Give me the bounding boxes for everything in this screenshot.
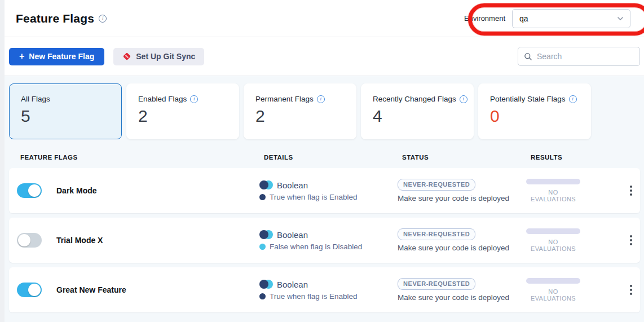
info-icon[interactable]: i: [569, 95, 577, 103]
toolbar-left: + New Feature Flag Set Up Git Sync: [9, 48, 204, 65]
new-feature-flag-label: New Feature Flag: [29, 52, 94, 61]
flag-type-label: Boolean: [277, 230, 308, 240]
status-text: Make sure your code is deployed: [398, 293, 509, 302]
toggle-knob: [28, 284, 41, 296]
flag-type-line: Boolean: [259, 230, 398, 240]
flag-cell: Great New Feature: [17, 283, 259, 297]
stat-card-value: 5: [21, 107, 121, 126]
flag-toggle[interactable]: [17, 283, 42, 297]
status-cell: NEVER-REQUESTED Make sure your code is d…: [398, 179, 526, 202]
search-icon: [524, 52, 532, 61]
environment-selected-value: qa: [519, 14, 528, 23]
stat-card-label-wrap: Enabled Flags i: [138, 95, 239, 103]
environment-selector-wrap: Environment qa: [464, 9, 638, 28]
boolean-type-icon: [259, 230, 273, 239]
info-icon[interactable]: i: [190, 95, 198, 103]
flag-rows: Dark Mode Boolean True when flag is Enab…: [9, 168, 640, 312]
stat-card-all-flags[interactable]: All Flags 5: [9, 83, 122, 139]
flag-type-label: Boolean: [277, 280, 308, 289]
details-cell: Boolean False when flag is Disabled: [259, 230, 398, 251]
git-logo-icon: [122, 52, 131, 61]
flag-name[interactable]: Trial Mode X: [56, 236, 103, 245]
kebab-menu-icon[interactable]: [627, 182, 636, 199]
status-text: Make sure your code is deployed: [398, 194, 509, 202]
flag-toggle[interactable]: [17, 233, 42, 248]
details-cell: Boolean True when flag is Enabled: [259, 180, 398, 201]
setup-git-sync-button[interactable]: Set Up Git Sync: [113, 48, 204, 65]
stat-card-label: Potentially Stale Flags: [490, 95, 566, 103]
info-icon[interactable]: i: [460, 95, 467, 103]
table-row: Dark Mode Boolean True when flag is Enab…: [9, 168, 640, 213]
results-progress-bar: [526, 179, 580, 184]
flag-name[interactable]: Great New Feature: [56, 285, 126, 294]
kebab-menu-icon[interactable]: [627, 232, 636, 249]
status-badge: NEVER-REQUESTED: [398, 278, 475, 290]
flag-value-line: True when flag is Enabled: [259, 193, 398, 201]
chevron-down-icon: [616, 15, 624, 23]
stat-card-label: Permanent Flags: [255, 95, 314, 103]
stat-card-enabled-flags[interactable]: Enabled Flags i 2: [126, 83, 239, 139]
flag-type-label: Boolean: [277, 180, 308, 190]
stat-card-value: 4: [373, 107, 473, 126]
search-input[interactable]: [537, 52, 639, 61]
info-icon[interactable]: i: [317, 95, 325, 103]
search-box[interactable]: [518, 47, 640, 66]
value-dot-icon: [259, 244, 266, 250]
status-cell: NEVER-REQUESTED Make sure your code is d…: [398, 278, 526, 302]
flag-value-line: False when flag is Disabled: [259, 242, 398, 251]
stat-card-label-wrap: Potentially Stale Flags i: [490, 95, 590, 103]
toggle-knob: [28, 184, 41, 197]
flag-value-text: False when flag is Disabled: [270, 242, 362, 251]
flag-name[interactable]: Dark Mode: [56, 186, 97, 195]
value-dot-icon: [259, 194, 266, 200]
kebab-menu-icon[interactable]: [627, 281, 636, 298]
results-text: NO EVALUATIONS: [526, 288, 580, 302]
stat-card-permanent-flags[interactable]: Permanent Flags i 2: [244, 83, 356, 139]
flag-value-text: True when flag is Enabled: [270, 292, 358, 301]
column-header-results: RESULTS: [531, 154, 621, 161]
boolean-type-icon: [259, 180, 273, 189]
table-row: Great New Feature Boolean True when flag…: [9, 267, 640, 312]
setup-git-sync-label: Set Up Git Sync: [136, 52, 195, 61]
results-text: NO EVALUATIONS: [526, 189, 580, 202]
table-header: FEATURE FLAGS DETAILS STATUS RESULTS: [9, 139, 644, 168]
environment-label: Environment: [464, 14, 505, 23]
stat-card-label: All Flags: [21, 95, 50, 103]
stat-card-label: Recently Changed Flags: [373, 95, 456, 103]
stat-card-label-wrap: Recently Changed Flags i: [373, 95, 473, 103]
results-cell: NO EVALUATIONS: [526, 228, 580, 252]
app-root: Feature Flags i Environment qa + New Fea…: [5, 0, 644, 322]
new-feature-flag-button[interactable]: + New Feature Flag: [9, 48, 104, 65]
stat-card-label: Enabled Flags: [138, 95, 187, 103]
status-cell: NEVER-REQUESTED Make sure your code is d…: [398, 228, 526, 252]
results-text: NO EVALUATIONS: [526, 239, 580, 252]
page-title-info-icon[interactable]: i: [99, 15, 107, 23]
stat-card-recently-changed-flags[interactable]: Recently Changed Flags i 4: [361, 83, 474, 139]
flag-cell: Dark Mode: [17, 183, 259, 198]
kebab-cell: [616, 182, 640, 199]
page-title: Feature Flags: [16, 12, 94, 25]
flag-value-line: True when flag is Enabled: [259, 292, 398, 301]
details-cell: Boolean True when flag is Enabled: [259, 280, 398, 301]
flag-toggle[interactable]: [17, 183, 42, 198]
results-progress-bar: [526, 228, 580, 234]
flag-cell: Trial Mode X: [17, 233, 259, 248]
stat-card-value: 2: [255, 107, 356, 126]
value-dot-icon: [259, 293, 266, 299]
environment-select[interactable]: qa: [512, 9, 630, 28]
status-text: Make sure your code is deployed: [398, 244, 509, 252]
boolean-type-icon: [259, 280, 273, 289]
stat-card-potentially-stale-flags[interactable]: Potentially Stale Flags i 0: [478, 83, 591, 139]
status-badge: NEVER-REQUESTED: [398, 228, 475, 240]
stat-card-value: 0: [490, 107, 590, 126]
flag-type-line: Boolean: [259, 280, 398, 289]
page-header: Feature Flags i Environment qa: [5, 0, 644, 37]
status-badge: NEVER-REQUESTED: [398, 179, 475, 191]
kebab-cell: [616, 281, 640, 298]
results-progress-bar: [526, 278, 580, 284]
column-header-feature-flags: FEATURE FLAGS: [20, 154, 264, 161]
flag-value-text: True when flag is Enabled: [270, 193, 358, 201]
table-row: Trial Mode X Boolean False when flag is …: [9, 218, 640, 263]
stat-cards: All Flags 5 Enabled Flags i 2 Permanent …: [9, 83, 644, 139]
toggle-knob: [18, 234, 30, 246]
